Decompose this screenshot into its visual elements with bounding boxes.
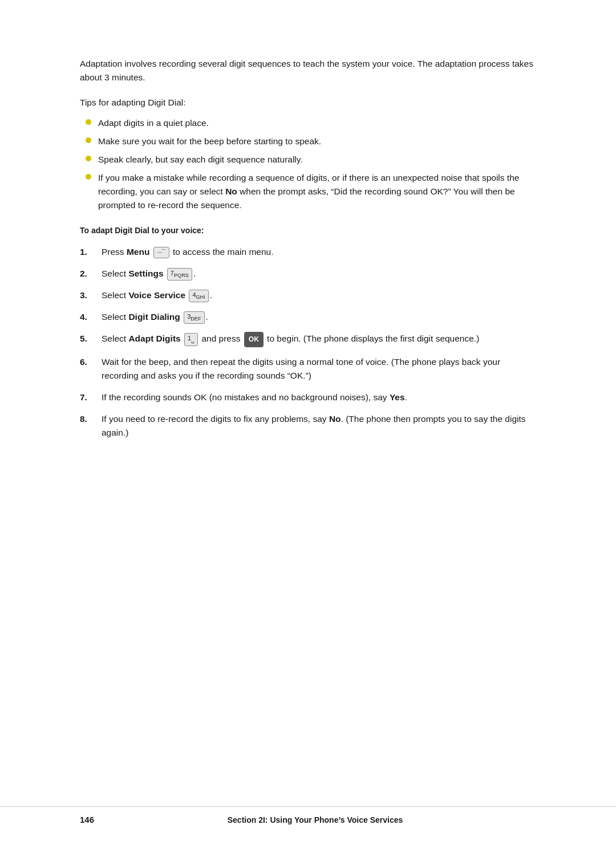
bold-adapt-digits: Adapt Digits bbox=[128, 334, 180, 344]
step-num: 5. bbox=[80, 332, 102, 346]
bold-settings: Settings bbox=[128, 269, 163, 278]
steps-list: 1. Press Menu ···¯ to access the main me… bbox=[80, 245, 536, 440]
list-item: Make sure you wait for the beep before s… bbox=[86, 135, 536, 148]
step-3: 3. Select Voice Service 4GHI. bbox=[80, 289, 536, 302]
step-6: 6. Wait for the beep, and then repeat th… bbox=[80, 355, 536, 383]
adapt-digits-key-icon: 1␣ bbox=[184, 333, 198, 346]
step-num: 8. bbox=[80, 412, 102, 426]
step-content: Press Menu ···¯ to access the main menu. bbox=[102, 245, 536, 259]
bold-no: No bbox=[329, 414, 341, 424]
section-heading: To adapt Digit Dial to your voice: bbox=[80, 226, 536, 235]
digit-dialing-key-icon: 3DEF bbox=[184, 311, 204, 324]
step-content: Select Adapt Digits 1␣ and press OK to b… bbox=[102, 332, 536, 347]
list-item: Speak clearly, but say each digit sequen… bbox=[86, 153, 536, 166]
bold-yes: Yes bbox=[390, 392, 405, 402]
step-7: 7. If the recording sounds OK (no mistak… bbox=[80, 391, 536, 404]
step-1: 1. Press Menu ···¯ to access the main me… bbox=[80, 245, 536, 259]
bold-menu: Menu bbox=[127, 247, 149, 257]
page-content: Adaptation involves recording several di… bbox=[0, 0, 616, 514]
list-item: Adapt digits in a quiet place. bbox=[86, 116, 536, 130]
tip-text-2: Make sure you wait for the beep before s… bbox=[98, 135, 321, 148]
step-content: If you need to re-record the digits to f… bbox=[102, 412, 536, 440]
bullet-icon bbox=[86, 174, 91, 180]
step-num: 7. bbox=[80, 391, 102, 404]
bullet-icon bbox=[86, 119, 91, 125]
bold-digit-dialing: Digit Dialing bbox=[128, 312, 180, 322]
step-num: 3. bbox=[80, 289, 102, 302]
step-2: 2. Select Settings 7PQRS. bbox=[80, 267, 536, 281]
tips-list: Adapt digits in a quiet place. Make sure… bbox=[80, 116, 536, 212]
intro-paragraph: Adaptation involves recording several di… bbox=[80, 57, 536, 84]
step-content: Select Digit Dialing 3DEF. bbox=[102, 310, 536, 324]
step-content: Select Voice Service 4GHI. bbox=[102, 289, 536, 302]
step-content: Select Settings 7PQRS. bbox=[102, 267, 536, 281]
step-num: 4. bbox=[80, 310, 102, 324]
bold-voice-service: Voice Service bbox=[128, 290, 185, 300]
step-num: 1. bbox=[80, 245, 102, 259]
step-content: Wait for the beep, and then repeat the d… bbox=[102, 355, 536, 383]
tip-text-4: If you make a mistake while recording a … bbox=[98, 171, 536, 212]
step-num: 2. bbox=[80, 267, 102, 281]
page-footer: 146 Section 2I: Using Your Phone’s Voice… bbox=[0, 806, 616, 824]
list-item: If you make a mistake while recording a … bbox=[86, 171, 536, 212]
voice-service-key-icon: 4GHI bbox=[189, 290, 208, 302]
tips-label: Tips for adapting Digit Dial: bbox=[80, 96, 536, 109]
step-4: 4. Select Digit Dialing 3DEF. bbox=[80, 310, 536, 324]
footer-page-number: 146 bbox=[80, 815, 94, 824]
ok-key-icon: OK bbox=[244, 332, 264, 347]
step-8: 8. If you need to re-record the digits t… bbox=[80, 412, 536, 440]
footer-section-title: Section 2I: Using Your Phone’s Voice Ser… bbox=[94, 815, 536, 824]
bullet-icon bbox=[86, 156, 91, 161]
tip-text-1: Adapt digits in a quiet place. bbox=[98, 116, 209, 130]
step-content: If the recording sounds OK (no mistakes … bbox=[102, 391, 536, 404]
menu-key-icon: ···¯ bbox=[153, 247, 169, 258]
step-num: 6. bbox=[80, 355, 102, 369]
step-5: 5. Select Adapt Digits 1␣ and press OK t… bbox=[80, 332, 536, 347]
settings-key-icon: 7PQRS bbox=[167, 268, 192, 281]
bullet-icon bbox=[86, 137, 91, 143]
tip-text-3: Speak clearly, but say each digit sequen… bbox=[98, 153, 303, 166]
